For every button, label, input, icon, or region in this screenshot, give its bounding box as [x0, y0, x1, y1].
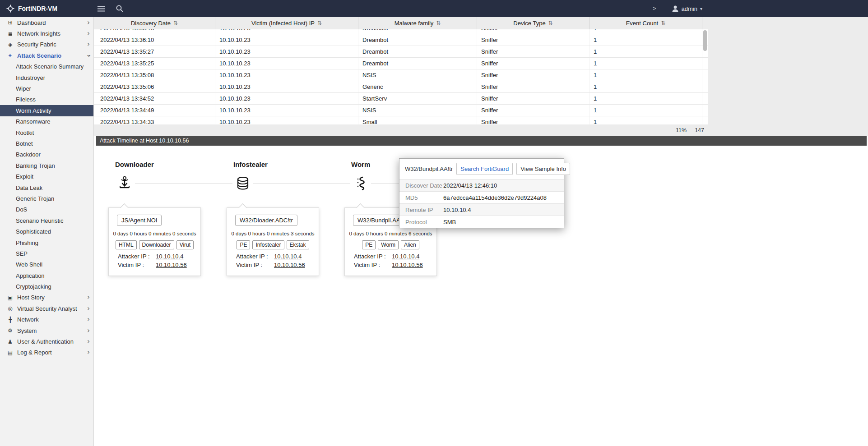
table-row[interactable]: 2022/04/13 13:36:1010.10.10.23DreambotSn…: [94, 34, 708, 46]
sidebar-item-web-shell[interactable]: Web Shell: [0, 259, 93, 270]
sidebar-item-industroyer[interactable]: Industroyer: [0, 72, 93, 83]
events-table-section: Discovery Date⇅Victim (Infected Host) IP…: [94, 17, 868, 136]
sample-detail-popup: W32/Bundpil.AA!tr Search FortiGuard View…: [399, 158, 564, 228]
sidebar-item-phishing[interactable]: Phishing: [0, 237, 93, 248]
victim-ip-link[interactable]: 10.10.10.56: [392, 262, 423, 268]
sidebar-item-botnet[interactable]: Botnet: [0, 138, 93, 149]
scroll-percent: 11%: [676, 127, 687, 133]
sidebar-item-exploit[interactable]: Exploit: [0, 171, 93, 182]
column-header-victim-infected-host-ip[interactable]: Victim (Infected Host) IP⇅: [215, 17, 358, 29]
search-icon[interactable]: [116, 5, 123, 12]
sidebar-item-label: Attack Scenario: [17, 52, 61, 59]
table-row[interactable]: 2022/04/13 13:36:1610.10.10.23DreambotSn…: [94, 29, 708, 34]
attacker-ip-label: Attacker IP :: [118, 253, 156, 260]
sidebar-item-log-report[interactable]: ▤Log & Report›: [0, 347, 93, 358]
sidebar-item-security-fabric[interactable]: ◈Security Fabric›: [0, 39, 93, 50]
table-cell: 1: [589, 34, 702, 46]
table-row[interactable]: 2022/04/13 13:35:0810.10.10.23NSISSniffe…: [94, 69, 708, 81]
sidebar-item-rootkit[interactable]: Rootkit: [0, 127, 93, 138]
table-row[interactable]: 2022/04/13 13:34:5210.10.10.23StartServS…: [94, 93, 708, 105]
table-cell: 1: [589, 116, 702, 124]
sort-icon: ⇅: [436, 20, 441, 26]
app-title: FortiNDR-VM: [18, 5, 57, 12]
table-row[interactable]: 2022/04/13 13:35:2510.10.10.23DreambotSn…: [94, 58, 708, 69]
column-header-label: Event Count: [626, 20, 659, 27]
column-header-label: Device Type: [513, 20, 545, 27]
sidebar-item-system[interactable]: ⚙System›: [0, 325, 93, 336]
sidebar-item-cryptojacking[interactable]: Cryptojacking: [0, 281, 93, 292]
user-menu[interactable]: admin ▾: [672, 5, 702, 12]
chevron-right-icon: ›: [87, 19, 90, 26]
sidebar-item-network-insights[interactable]: ≣Network Insights›: [0, 28, 93, 39]
tag-badge: Infostealer: [252, 240, 284, 249]
victim-ip-link[interactable]: 10.10.10.56: [156, 262, 187, 268]
attacker-ip-link[interactable]: 10.10.10.4: [156, 253, 183, 260]
view-sample-info-button[interactable]: View Sample Info: [516, 163, 570, 175]
infostealer-icon[interactable]: [232, 173, 253, 194]
sidebar-item-network[interactable]: ╋Network›: [0, 314, 93, 325]
user-avatar-icon: [672, 5, 679, 12]
table-cell: StartServ: [358, 93, 477, 104]
column-header-label: Discovery Date: [131, 20, 171, 27]
sidebar-item-label: Banking Trojan: [16, 162, 55, 169]
sidebar-item-attack-scenario[interactable]: ⌖Attack Scenario›: [0, 50, 93, 61]
sidebar-item-sophisticated[interactable]: Sophisticated: [0, 226, 93, 237]
worm-icon[interactable]: [350, 173, 371, 194]
search-fortiguard-button[interactable]: Search FortiGuard: [456, 163, 513, 175]
sidebar-item-label: Fileless: [16, 96, 36, 103]
tag-badge: HTML: [116, 240, 137, 249]
malware-chip[interactable]: JS/Agent.NOI: [117, 215, 162, 226]
victim-ip-link[interactable]: 10.10.10.56: [274, 262, 305, 268]
stage-title: Infostealer: [233, 161, 319, 168]
sidebar-item-scenario-heuristic[interactable]: Scenario Heuristic: [0, 215, 93, 226]
sidebar-item-wiper[interactable]: Wiper: [0, 83, 93, 94]
stage-duration: 0 days 0 hours 0 minutes 6 seconds: [349, 231, 432, 236]
table-cell: 10.10.10.23: [215, 58, 358, 69]
popup-field-value: 2022/04/13 12:46:10: [443, 182, 497, 189]
attacker-ip-link[interactable]: 10.10.10.4: [392, 253, 419, 260]
table-row[interactable]: 2022/04/13 13:35:2710.10.10.23DreambotSn…: [94, 46, 708, 58]
sidebar-item-application[interactable]: Application: [0, 270, 93, 281]
chevron-right-icon: ›: [87, 327, 90, 334]
table-cell: 1: [589, 46, 702, 57]
sidebar-item-label: Attack Scenario Summary: [16, 63, 84, 70]
sidebar-item-data-leak[interactable]: Data Leak: [0, 182, 93, 193]
downloader-icon[interactable]: [114, 173, 135, 194]
sidebar-item-worm-activity[interactable]: Worm Activity: [0, 105, 93, 116]
table-row[interactable]: 2022/04/13 13:34:4910.10.10.23NSISSniffe…: [94, 105, 708, 116]
table-row[interactable]: 2022/04/13 13:34:3310.10.10.23SmallSniff…: [94, 116, 708, 124]
sidebar-item-ransomware[interactable]: Ransomware: [0, 116, 93, 127]
sidebar-item-label: Sophisticated: [16, 228, 51, 235]
table-cell: 2022/04/13 13:34:52: [94, 93, 215, 104]
table-body-inner: 2022/04/13 13:36:1610.10.10.23DreambotSn…: [94, 29, 708, 124]
table-row[interactable]: 2022/04/13 13:35:0610.10.10.23GenericSni…: [94, 81, 708, 93]
table-scrollbar[interactable]: [703, 30, 707, 123]
menu-toggle-icon[interactable]: [97, 6, 105, 12]
sidebar-item-label: Virtual Security Analyst: [17, 305, 77, 312]
sidebar-item-dashboard[interactable]: ⊞Dashboard›: [0, 17, 93, 28]
events-table: Discovery Date⇅Victim (Infected Host) IP…: [94, 17, 708, 124]
sidebar-item-user-authentication[interactable]: ♟User & Authentication›: [0, 336, 93, 347]
sidebar-item-backdoor[interactable]: Backdoor: [0, 149, 93, 160]
table-cell: NSIS: [358, 105, 477, 116]
table-scrollbar-thumb[interactable]: [703, 30, 707, 51]
sidebar-item-banking-trojan[interactable]: Banking Trojan: [0, 160, 93, 171]
sidebar-item-label: Industroyer: [16, 74, 45, 81]
sidebar-item-generic-trojan[interactable]: Generic Trojan: [0, 193, 93, 204]
column-header-device-type[interactable]: Device Type⇅: [477, 17, 589, 29]
attacker-ip-link[interactable]: 10.10.10.4: [274, 253, 302, 260]
sidebar-item-dos[interactable]: DoS: [0, 204, 93, 215]
column-header-discovery-date[interactable]: Discovery Date⇅: [94, 17, 215, 29]
cli-console-icon[interactable]: >_: [653, 5, 660, 12]
sidebar-item-host-story[interactable]: ▣Host Story›: [0, 292, 93, 303]
sidebar-item-attack-scenario-summary[interactable]: Attack Scenario Summary: [0, 61, 93, 72]
malware-chip[interactable]: W32/Dloader.ADC!tr: [235, 215, 297, 226]
column-header-malware-family[interactable]: Malware family⇅: [358, 17, 477, 29]
sidebar-item-label: Web Shell: [16, 261, 42, 268]
sidebar-item-virtual-security-analyst[interactable]: ◎Virtual Security Analyst›: [0, 303, 93, 314]
sidebar-item-sep[interactable]: SEP: [0, 248, 93, 259]
sidebar-item-fileless[interactable]: Fileless: [0, 94, 93, 105]
table-cell: 10.10.10.23: [215, 34, 358, 46]
victim-ip-label: Victim IP :: [118, 262, 156, 268]
column-header-event-count[interactable]: Event Count⇅: [589, 17, 702, 29]
